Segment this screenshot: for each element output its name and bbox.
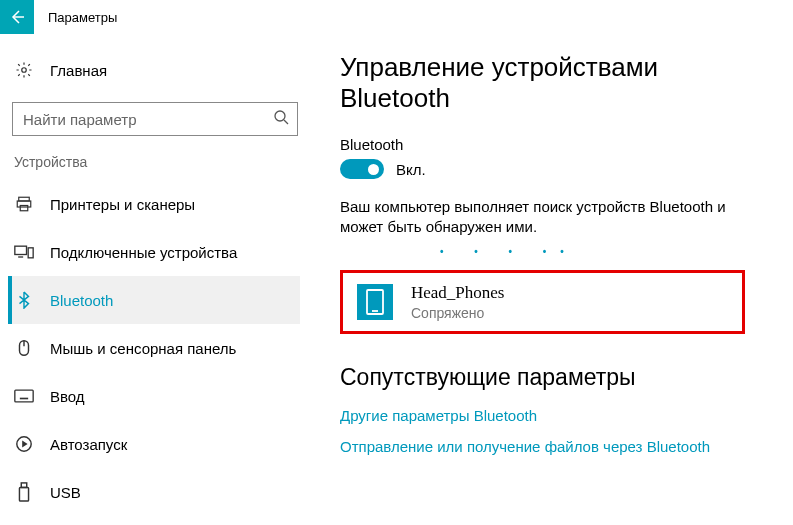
nav-typing[interactable]: Ввод	[8, 372, 300, 420]
svg-rect-4	[17, 201, 31, 207]
phone-icon	[357, 284, 393, 320]
back-button[interactable]	[0, 0, 34, 34]
nav-mouse[interactable]: Мышь и сенсорная панель	[8, 324, 300, 372]
search-icon	[273, 109, 289, 129]
nav-printers[interactable]: Принтеры и сканеры	[8, 180, 300, 228]
nav-autoplay[interactable]: Автозапуск	[8, 420, 300, 468]
svg-rect-11	[15, 390, 33, 402]
device-name: Head_Phones	[411, 283, 504, 303]
nav-item-label: Ввод	[50, 388, 85, 405]
toggle-state-label: Вкл.	[396, 161, 426, 178]
autoplay-icon	[14, 434, 34, 454]
nav-item-label: Принтеры и сканеры	[50, 196, 195, 213]
sidebar-category: Устройства	[12, 154, 300, 170]
search-box[interactable]	[12, 102, 298, 136]
nav-item-label: Bluetooth	[50, 292, 113, 309]
nav-usb[interactable]: USB	[8, 468, 300, 516]
device-info: Head_Phones Сопряжено	[411, 283, 504, 321]
keyboard-icon	[14, 386, 34, 406]
bluetooth-description: Ваш компьютер выполняет поиск устройств …	[340, 197, 763, 238]
printer-icon	[14, 194, 34, 214]
link-more-bluetooth[interactable]: Другие параметры Bluetooth	[340, 407, 763, 424]
searching-indicator: • • • ••	[340, 246, 763, 264]
nav-item-label: Автозапуск	[50, 436, 127, 453]
usb-icon	[14, 482, 34, 502]
mouse-icon	[14, 338, 34, 358]
gear-icon	[14, 60, 34, 80]
svg-line-2	[284, 120, 288, 124]
main-pane: Управление устройствами Bluetooth Blueto…	[300, 52, 793, 516]
nav-home[interactable]: Главная	[12, 52, 300, 88]
toggle-title: Bluetooth	[340, 136, 763, 153]
toggle-knob	[368, 164, 379, 175]
related-section: Сопутствующие параметры Другие параметры…	[340, 364, 763, 455]
nav-item-label: USB	[50, 484, 81, 501]
svg-rect-19	[19, 487, 28, 501]
svg-point-1	[275, 111, 285, 121]
devices-icon	[14, 242, 34, 262]
bluetooth-toggle[interactable]	[340, 159, 384, 179]
svg-rect-6	[15, 246, 27, 254]
device-item[interactable]: Head_Phones Сопряжено	[340, 270, 745, 334]
window-title: Параметры	[34, 10, 117, 25]
bluetooth-icon	[14, 290, 34, 310]
nav-item-label: Подключенные устройства	[50, 244, 237, 261]
nav-item-label: Мышь и сенсорная панель	[50, 340, 236, 357]
nav-home-label: Главная	[50, 62, 107, 79]
related-heading: Сопутствующие параметры	[340, 364, 763, 391]
svg-rect-5	[20, 206, 28, 211]
device-status: Сопряжено	[411, 305, 504, 321]
title-bar: Параметры	[0, 0, 793, 34]
nav-bluetooth[interactable]: Bluetooth	[8, 276, 300, 324]
nav-connected-devices[interactable]: Подключенные устройства	[8, 228, 300, 276]
page-heading: Управление устройствами Bluetooth	[340, 52, 763, 114]
sidebar: Главная Устройства Принтеры и сканеры По…	[0, 52, 300, 516]
svg-rect-7	[28, 248, 33, 258]
svg-point-0	[22, 68, 27, 73]
search-input[interactable]	[21, 110, 273, 129]
link-send-receive-files[interactable]: Отправление или получение файлов через B…	[340, 438, 763, 455]
arrow-left-icon	[9, 9, 25, 25]
